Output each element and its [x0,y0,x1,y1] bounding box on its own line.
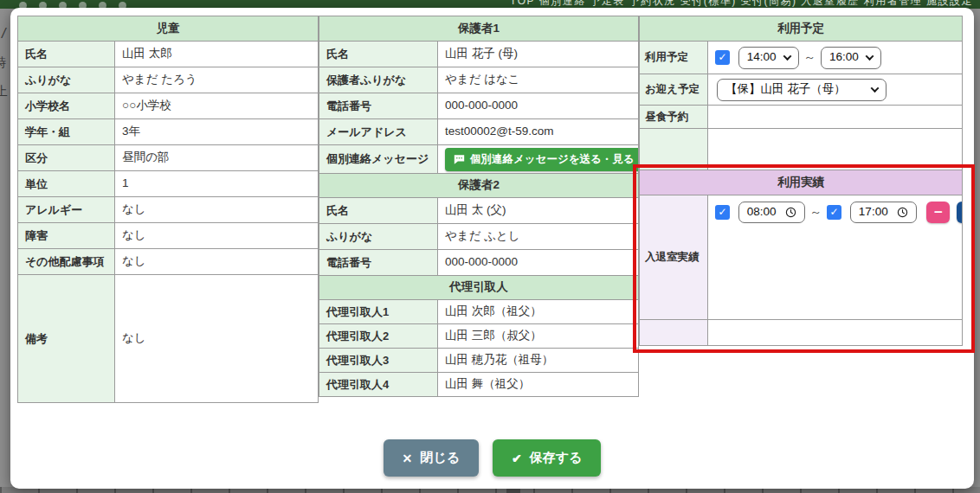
child-info-table: 児童 氏名山田 太郎 ふりがなやまだ たろう 小学校名○○小学校 学年・組3年 … [17,16,319,403]
field-value: やまだ たろう [115,67,319,93]
field-value: 山田 舞（祖父） [438,373,639,397]
field-label: 氏名 [319,198,438,224]
field-label: 昼食予約 [640,106,708,129]
lunch-reservation-cell [708,106,963,129]
chevron-down-icon [865,52,874,61]
field-label: ふりがな [319,224,438,250]
field-label: お迎え予定 [640,74,708,106]
field-label: メールアドレス [319,119,438,145]
field-label: 単位 [18,171,115,197]
field-value: 山田 次郎（祖父） [438,300,639,324]
send-message-button[interactable]: 個別連絡メッセージを送る・見る [445,148,639,171]
schedule-use-checkbox[interactable]: ✓ [715,50,730,65]
clock-icon [785,207,796,218]
field-value: 山田 三郎（叔父） [438,324,639,349]
end-time-select[interactable]: 16:00 [821,47,881,69]
range-separator: ～ [809,205,822,219]
range-separator: ～ [803,50,816,64]
pickup-person-select[interactable]: 【保】山田 花子（母） [717,79,887,101]
field-label: 保護者ふりがな [319,67,438,93]
add-time-row-button[interactable]: + [957,202,962,223]
field-value: 山田 太郎 [115,42,319,67]
field-value: 1 [115,171,319,197]
field-label: ふりがな [18,67,115,93]
field-label: 入退室実績 [640,195,708,320]
field-value: やまだ はなこ [438,67,639,93]
field-value: なし [115,275,319,403]
field-label: 代理引取人4 [319,373,438,397]
field-value: 山田 花子 (母) [438,42,639,67]
field-value: なし [115,223,319,249]
field-label: 電話番号 [319,250,438,276]
section-header-schedule: 利用予定 [640,16,963,42]
field-value: ○○小学校 [115,93,319,119]
child-detail-modal: 児童 氏名山田 太郎 ふりがなやまだ たろう 小学校名○○小学校 学年・組3年 … [10,8,974,489]
field-label: アレルギー [18,197,115,223]
field-value: 山田 穂乃花（祖母） [438,349,639,373]
empty-label-cell [640,129,708,170]
guardian-info-table: 保護者1 氏名山田 花子 (母) 保護者ふりがなやまだ はなこ 電話番号000-… [319,16,639,397]
section-header-guardian2: 保護者2 [319,174,639,198]
check-icon: ✔ [512,451,522,465]
section-header-proxy: 代理引取人 [319,276,639,300]
close-icon: ✕ [403,451,413,465]
remove-time-row-button[interactable]: − [926,202,950,223]
field-value: やまだ ふとし [438,224,639,250]
field-label: 電話番号 [319,93,438,119]
field-value: 000-000-0000 [438,250,639,276]
field-label: 区分 [18,145,115,171]
field-label: 代理引取人2 [319,324,438,349]
field-label: 代理引取人1 [319,300,438,324]
field-label: 小学校名 [18,93,115,119]
empty-label-cell [640,320,708,346]
chevron-down-icon [871,84,880,93]
usage-table: 利用予定 利用予定 ✓ 14:00 ～ 16:00 お迎え予定 【保】山田 花子… [639,16,963,346]
background-text-fragment: 時 [0,55,6,71]
field-label: その他配慮事項 [18,249,115,275]
close-button[interactable]: ✕ 閉じる [384,439,479,477]
empty-value-cell [708,129,963,170]
clock-icon [897,207,908,218]
schedule-use-cell: ✓ 14:00 ～ 16:00 [708,42,963,74]
field-label: 学年・組 [18,119,115,145]
exit-time-input[interactable]: 17:00 [850,202,917,223]
background-text-fragment: 上 [0,84,8,99]
field-value: 3年 [115,119,319,145]
field-value: test00002@t-59.com [438,119,639,145]
field-label: 氏名 [319,42,438,67]
entry-time-input[interactable]: 08:00 [738,202,805,223]
field-value: なし [115,249,319,275]
field-label: 代理引取人3 [319,349,438,373]
field-label: 利用予定 [640,42,708,74]
speech-bubble-icon [454,154,465,164]
field-label: 氏名 [18,42,115,67]
start-time-select[interactable]: 14:00 [738,47,799,69]
field-value: 000-000-0000 [438,93,639,119]
save-button[interactable]: ✔ 保存する [493,439,601,477]
field-label: 個別連絡メッセージ [319,145,438,174]
field-label: 備考 [18,275,115,403]
modal-footer: ✕ 閉じる ✔ 保存する [10,439,974,477]
entry-time-checkbox[interactable]: ✓ [715,205,730,220]
empty-value-cell [708,320,963,346]
section-header-guardian1: 保護者1 [319,16,639,42]
field-value: 昼間の部 [115,145,319,171]
section-header-child: 児童 [18,16,319,42]
entry-exit-record-cell: ✓ 08:00 ～ ✓ 17:00 − + [708,195,963,320]
chevron-down-icon [783,52,791,61]
exit-time-checkbox[interactable]: ✓ [827,205,841,220]
field-label: 障害 [18,223,115,249]
field-value: 山田 太 (父) [438,198,639,224]
section-header-record: 利用実績 [640,170,963,195]
background-text-fragment: / [2,26,5,42]
field-value: なし [115,197,319,223]
